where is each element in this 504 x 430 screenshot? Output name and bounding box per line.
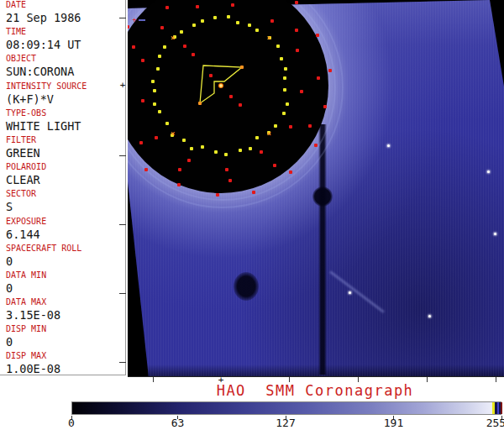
yellow-fiducial-ring-dot [283, 88, 286, 92]
yellow-fiducial-ring-dot [213, 16, 217, 19]
metadata-label: TIME [6, 27, 125, 37]
metadata-label: SPACECRAFT ROLL [6, 244, 125, 254]
metadata-field: OBJECTSUN:CORONA [0, 54, 125, 81]
left-axis-plus: + [120, 81, 126, 90]
red-fiducial-ring-outer-dot [252, 191, 255, 194]
yellow-fiducial-ring-dot [286, 102, 289, 106]
metadata-label: DATA MIN [6, 270, 125, 281]
metadata-label: SECTOR [6, 189, 125, 199]
yellow-fiducial-ring-dot [276, 45, 280, 48]
yellow-fiducial-ring-dot [190, 147, 193, 150]
yellow-fiducial-ring-dot [201, 19, 204, 23]
metadata-field: FILTERGREEN [0, 135, 125, 162]
left-axis-tick [119, 18, 126, 18]
cross-fiducial-mark: × [267, 34, 271, 41]
yellow-fiducial-ring-dot [274, 124, 277, 128]
pointer-polygon-layer [128, 0, 504, 376]
yellow-fiducial-ring-dot [165, 122, 169, 125]
yellow-fiducial-ring-dot [182, 139, 186, 142]
yellow-fiducial-ring-dot [239, 149, 242, 152]
red-fiducial-dot [183, 45, 186, 48]
yellow-fiducial-ring-dot [282, 112, 286, 115]
red-fiducial-dot [239, 103, 242, 107]
metadata-value: 0 [6, 254, 125, 268]
red-fiducial-ring-inner-dot [141, 59, 144, 62]
metadata-value: 0 [6, 281, 125, 295]
metadata-label: INTENSITY SOURCE [6, 81, 125, 92]
yellow-fiducial-ring-dot [153, 102, 156, 106]
yellow-fiducial-ring-dot [158, 110, 161, 113]
metadata-label: EXPOSURE [6, 217, 125, 227]
red-fiducial-ring-inner-dot [270, 19, 274, 23]
metadata-field: SPACECRAFT ROLL0 [0, 244, 125, 270]
coronagraph-image-panel: ××××+ [128, 0, 504, 377]
red-fiducial-ring-mid-dot [273, 164, 276, 167]
red-fiducial-ring-mid-dot [132, 45, 135, 49]
metadata-label: TYPE-OBS [6, 108, 125, 118]
cross-fiducial-mark: × [171, 34, 175, 41]
metadata-label: DISP MIN [6, 324, 125, 334]
image-title: HAO SMM Coronagraph [217, 382, 414, 399]
yellow-fiducial-ring-dot [158, 55, 161, 58]
left-axis-tick [119, 224, 126, 225]
metadata-field: EXPOSURE6.144 [0, 217, 125, 244]
red-fiducial-ring-inner-dot [231, 3, 234, 7]
red-fiducial-ring-mid-dot [317, 76, 320, 80]
colorbar-tick-label: 255 [486, 417, 504, 429]
red-fiducial-ring-mid-dot [139, 141, 143, 144]
metadata-value: S [6, 200, 125, 213]
red-fiducial-ring-inner-dot [225, 168, 228, 171]
metadata-value: CLEAR [6, 173, 125, 186]
left-axis-tick [119, 293, 126, 294]
red-fiducial-ring-mid-dot [228, 179, 232, 182]
yellow-fiducial-ring-dot [236, 21, 239, 24]
metadata-value: 08:09:14 UT [6, 38, 125, 51]
yellow-fiducial-ring-dot [180, 30, 183, 34]
red-fiducial-ring-inner-dot [187, 159, 191, 162]
red-fiducial-ring-mid-dot [165, 6, 169, 9]
yellow-fiducial-ring-dot [224, 153, 228, 156]
left-axis-tick [119, 155, 126, 156]
cross-fiducial-mark: × [171, 130, 175, 138]
yellow-fiducial-ring-dot [248, 24, 251, 27]
yellow-fiducial-ring-dot [163, 45, 166, 49]
metadata-field: TIME08:09:14 UT [0, 27, 125, 54]
red-fiducial-dot [209, 74, 213, 77]
red-fiducial-ring-outer-dot [323, 105, 327, 108]
yellow-fiducial-ring-dot [255, 29, 259, 32]
red-fiducial-ring-mid-dot [178, 168, 181, 171]
yellow-fiducial-ring-dot [153, 89, 156, 92]
red-fiducial-dot [229, 95, 233, 98]
polygon-vertex-dot [240, 66, 244, 69]
yellow-fiducial-ring-dot [255, 136, 259, 139]
yellow-fiducial-ring-dot [249, 147, 252, 150]
yellow-fiducial-ring-dot [151, 80, 155, 83]
red-fiducial-ring-inner-dot [155, 136, 158, 139]
metadata-value: (K+F)*V [6, 92, 125, 106]
bottom-axis-tick [496, 377, 496, 382]
red-fiducial-ring-outer-dot [316, 34, 319, 37]
red-fiducial-ring-inner-dot [289, 125, 292, 128]
red-fiducial-ring-mid-dot [308, 124, 312, 128]
bottom-axis-tick [153, 377, 154, 382]
red-fiducial-ring-outer-dot [177, 183, 181, 186]
bottom-axis-tick [427, 377, 428, 382]
metadata-field: SECTORS [0, 189, 125, 216]
metadata-label: DATA MAX [6, 297, 125, 307]
metadata-value: GREEN [6, 146, 125, 160]
polygon-vertex-dot [198, 102, 202, 105]
red-fiducial-ring-inner-dot [141, 99, 144, 102]
yellow-fiducial-ring-dot [156, 67, 160, 71]
metadata-field: DISP MAX1.00E-08 [0, 351, 125, 378]
colorbar-tick-label: 0 [68, 417, 75, 429]
metadata-value: SUN:CORONA [6, 65, 125, 78]
coronagraph-viewer-window: DATE21 Sep 1986TIME08:09:14 UTOBJECTSUN:… [0, 0, 504, 430]
red-fiducial-dot [192, 53, 195, 56]
metadata-label: DATE [6, 0, 125, 10]
metadata-field: TYPE-OBSWHITE LIGHT [0, 108, 125, 135]
yellow-fiducial-ring-dot [280, 57, 283, 60]
metadata-field: DATA MIN0 [0, 270, 125, 297]
metadata-label: FILTER [6, 135, 125, 145]
red-fiducial-ring-outer-dot [314, 144, 318, 147]
yellow-fiducial-ring-dot [192, 24, 196, 27]
